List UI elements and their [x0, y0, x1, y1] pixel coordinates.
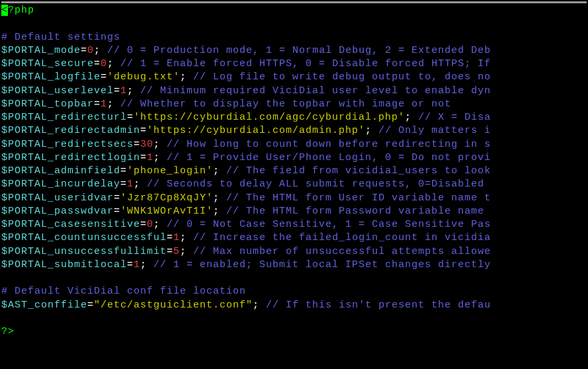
- code-line: $PORTAL_redirectadmin='https://cyburdial…: [1, 124, 587, 138]
- string-literal: 'WNK1WOrAvT1I': [120, 206, 213, 217]
- inline-comment: // 1 = Enable forced HTTPS, 0 = Disable …: [114, 58, 491, 69]
- inline-comment: // Whether to display the topbar with im…: [114, 99, 451, 110]
- code-line: $PORTAL_passwdvar='WNK1WOrAvT1I'; // The…: [1, 205, 587, 218]
- string-literal: 'https://cyburdial.com/agc/cyburdial.php…: [134, 112, 405, 123]
- inline-comment: // The HTML form User ID variable name t: [220, 192, 491, 204]
- variable: $PORTAL_mode: [1, 45, 81, 56]
- number-literal: 1: [120, 85, 127, 97]
- code-line: $PORTAL_redirectlogin=1; // 1 = Provide …: [1, 151, 587, 165]
- code-line: $PORTAL_incurdelay=1; // Seconds to dela…: [1, 178, 587, 191]
- code-line: $PORTAL_unsuccessfullimit=5; // Max numb…: [1, 245, 587, 259]
- code-line: $PORTAL_redirectsecs=30; // How long to …: [1, 138, 587, 151]
- inline-comment: // X = Disa: [411, 112, 491, 123]
- code-line: $PORTAL_casesensitive=0; // 0 = Not Case…: [1, 218, 587, 231]
- variable: $PORTAL_logfile: [1, 71, 101, 83]
- number-literal: 0: [101, 58, 107, 69]
- variable: $PORTAL_casesensitive: [1, 219, 140, 230]
- code-line: $PORTAL_redirecturl='https://cyburdial.c…: [1, 111, 587, 124]
- blank-line: [1, 272, 587, 285]
- string-literal: 'phone_login': [127, 165, 213, 177]
- code-line: $PORTAL_mode=0; // 0 = Production mode, …: [1, 44, 587, 58]
- inline-comment: // The field from vicidial_users to look: [220, 165, 491, 177]
- section-comment-1: # Default settings: [1, 31, 587, 44]
- number-literal: 0: [147, 219, 153, 230]
- cursor: <: [1, 5, 8, 16]
- variable: $PORTAL_submitlocal: [1, 259, 127, 270]
- code-line: $PORTAL_topbar=1; // Whether to display …: [1, 98, 587, 111]
- number-literal: 1: [147, 152, 153, 163]
- variable: $PORTAL_secure: [1, 58, 94, 69]
- inline-comment: // Log file to write debug output to, do…: [187, 71, 491, 83]
- number-literal: 1: [101, 99, 107, 110]
- variable: $PORTAL_topbar: [1, 99, 94, 110]
- variable: $PORTAL_useridvar: [1, 192, 114, 204]
- inline-comment: // Increase the failed_login_count in vi…: [187, 232, 491, 243]
- number-literal: 0: [87, 45, 94, 56]
- code-line: $PORTAL_logfile='debug.txt'; // Log file…: [1, 71, 587, 84]
- variable: $PORTAL_incurdelay: [1, 179, 120, 190]
- inline-comment: // 1 = enabled; Submit local IPSet chang…: [147, 259, 491, 270]
- code-line: $PORTAL_countunsuccessful=1; // Increase…: [1, 231, 587, 245]
- variable: $PORTAL_redirectadmin: [1, 125, 140, 136]
- section-comment-2: # Default ViciDial conf file location: [1, 285, 587, 298]
- titlebar: [1, 1, 587, 3]
- number-literal: 1: [134, 259, 140, 270]
- number-literal: 5: [173, 246, 180, 257]
- code-line: $PORTAL_secure=0; // 1 = Enable forced H…: [1, 58, 587, 71]
- string-literal: 'Jzr87Cp8XqJY': [120, 192, 213, 204]
- blank-line: [1, 312, 587, 325]
- inline-comment: // 1 = Provide User/Phone Login, 0 = Do …: [160, 152, 491, 163]
- number-literal: 1: [173, 232, 180, 243]
- code-line: $PORTAL_useridvar='Jzr87Cp8XqJY'; // The…: [1, 192, 587, 205]
- string-literal: 'https://cyburdial.com/admin.php': [147, 125, 365, 136]
- inline-comment: // Seconds to delay ALL submit requests,…: [140, 179, 491, 190]
- number-literal: 30: [140, 139, 153, 150]
- conf-line: $AST_conffile="/etc/astguiclient.conf"; …: [1, 299, 587, 312]
- variable: $PORTAL_userlevel: [1, 85, 114, 97]
- number-literal: 1: [127, 179, 134, 190]
- inline-comment: // Minimum required ViciDial user level …: [134, 85, 491, 97]
- string-literal: 'debug.txt': [107, 71, 180, 83]
- blank-line: [1, 17, 587, 30]
- code-line: $PORTAL_userlevel=1; // Minimum required…: [1, 85, 587, 98]
- variable: $PORTAL_redirectsecs: [1, 139, 134, 150]
- code-editor[interactable]: <?php # Default settings $PORTAL_mode=0;…: [1, 4, 587, 339]
- variable: $PORTAL_redirectlogin: [1, 152, 140, 163]
- inline-comment: // 0 = Not Case Sensitive, 1 = Case Sens…: [160, 219, 491, 230]
- inline-comment: // Max number of unsuccessful attempts a…: [187, 246, 491, 257]
- variable: $PORTAL_passwdvar: [1, 206, 114, 217]
- inline-comment: // Only matters i: [372, 125, 491, 136]
- variable: $PORTAL_countunsuccessful: [1, 232, 167, 243]
- php-close-tag: ?>: [1, 325, 587, 339]
- code-line: $PORTAL_submitlocal=1; // 1 = enabled; S…: [1, 259, 587, 272]
- variable: $PORTAL_adminfield: [1, 165, 120, 177]
- inline-comment: // How long to count down before redirec…: [160, 139, 491, 150]
- inline-comment: // 0 = Production mode, 1 = Normal Debug…: [101, 45, 491, 56]
- variable: $PORTAL_unsuccessfullimit: [1, 246, 167, 257]
- variable: $PORTAL_redirecturl: [1, 112, 127, 123]
- inline-comment: // The HTML form Password variable name: [220, 206, 491, 217]
- php-open-tag: <?php: [1, 4, 587, 17]
- code-line: $PORTAL_adminfield='phone_login'; // The…: [1, 165, 587, 178]
